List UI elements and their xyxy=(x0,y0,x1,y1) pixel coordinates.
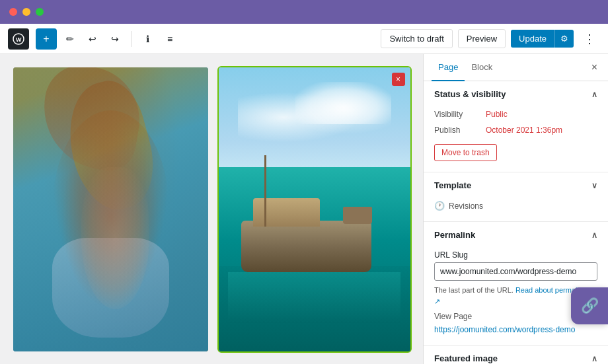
visibility-value[interactable]: Public xyxy=(486,110,508,119)
clock-icon: 🕐 xyxy=(434,201,445,211)
sidebar-tabs: Page Block × xyxy=(424,54,608,81)
section-permalink: Permalink ∧ URL Slug The last part of th… xyxy=(424,222,608,346)
title-bar xyxy=(0,0,608,24)
chevron-up-icon: ∧ xyxy=(591,90,597,99)
url-slug-label: URL Slug xyxy=(434,250,597,260)
permalink-title: Permalink xyxy=(434,230,475,240)
info-button[interactable]: ℹ xyxy=(138,30,157,48)
permalink-header[interactable]: Permalink ∧ xyxy=(424,222,608,248)
section-template: Template ∨ 🕐 Revisions xyxy=(424,172,608,222)
image-block-1[interactable] xyxy=(13,67,208,351)
small-boat xyxy=(343,207,372,224)
sidebar-close-button[interactable]: × xyxy=(589,59,600,76)
update-caret-button[interactable]: ⚙ xyxy=(554,30,574,48)
list-icon: ≡ xyxy=(167,34,172,44)
publish-row: Publish October 2021 1:36pm xyxy=(434,126,597,135)
traffic-light-green[interactable] xyxy=(36,8,44,16)
template-body: 🕐 Revisions xyxy=(424,198,608,221)
separator-1 xyxy=(131,31,132,47)
caret-down-icon: ⚙ xyxy=(560,34,568,44)
underwater-figure xyxy=(61,124,159,309)
image-block-2[interactable]: × xyxy=(219,67,410,351)
chevron-down-icon: ∨ xyxy=(591,181,597,190)
publish-value[interactable]: October 2021 1:36pm xyxy=(486,126,562,135)
switch-to-draft-button[interactable]: Switch to draft xyxy=(381,29,452,48)
revisions-link[interactable]: Revisions xyxy=(449,201,483,211)
update-button-group: Update ⚙ xyxy=(511,30,574,48)
chevron-up-icon-featured: ∧ xyxy=(591,354,597,363)
edit-icon-button[interactable]: ✏ xyxy=(61,30,79,48)
tab-page[interactable]: Page xyxy=(432,54,465,81)
undo-icon: ↩ xyxy=(89,34,96,44)
read-about-permalinks-link[interactable]: Read about permalinks ↗ xyxy=(434,286,590,305)
view-page-link[interactable]: https://joomunited.com/wordpress-demo xyxy=(434,325,597,334)
preview-button[interactable]: Preview xyxy=(458,29,506,48)
image-close-button[interactable]: × xyxy=(392,73,405,86)
traffic-light-red[interactable] xyxy=(9,8,17,16)
editor-canvas: × xyxy=(0,54,423,364)
list-view-button[interactable]: ≡ xyxy=(161,30,179,48)
floating-link-badge[interactable]: 🔗 xyxy=(571,287,608,324)
visibility-label: Visibility xyxy=(434,110,480,119)
image-2-inner xyxy=(219,67,410,351)
tab-block[interactable]: Block xyxy=(465,54,499,81)
move-to-trash-button[interactable]: Move to trash xyxy=(434,144,497,161)
redo-icon: ↪ xyxy=(111,34,119,44)
wp-logo[interactable]: W xyxy=(8,28,29,50)
visibility-row: Visibility Public xyxy=(434,110,597,119)
status-visibility-title: Status & visibility xyxy=(434,89,506,99)
status-visibility-body: Visibility Public Publish October 2021 1… xyxy=(424,107,608,172)
undo-button[interactable]: ↩ xyxy=(83,30,102,48)
template-header[interactable]: Template ∨ xyxy=(424,172,608,198)
more-options-button[interactable]: ⋮ xyxy=(579,28,600,50)
redo-button[interactable]: ↪ xyxy=(106,30,124,48)
image-1-inner xyxy=(13,67,208,351)
update-button[interactable]: Update xyxy=(511,30,554,48)
section-featured-image: Featured image ∧ Set featured image xyxy=(424,346,608,364)
add-block-button[interactable]: + xyxy=(36,28,57,50)
main-area: × Page Block × Status & visibility ∧ Vis… xyxy=(0,54,608,364)
template-title: Template xyxy=(434,180,471,190)
more-icon: ⋮ xyxy=(584,32,595,46)
traffic-light-yellow[interactable] xyxy=(22,8,30,16)
wp-toolbar: W + ✏ ↩ ↪ ℹ ≡ Switch to draft Preview Up… xyxy=(0,24,608,54)
featured-image-header[interactable]: Featured image ∧ xyxy=(424,346,608,364)
toolbar-right: Switch to draft Preview Update ⚙ ⋮ xyxy=(381,28,600,50)
url-slug-input[interactable] xyxy=(434,262,597,281)
link-icon: 🔗 xyxy=(581,297,599,314)
pencil-icon: ✏ xyxy=(66,34,74,44)
close-icon: × xyxy=(396,75,400,84)
status-visibility-header[interactable]: Status & visibility ∧ xyxy=(424,81,608,107)
chevron-up-icon-permalink: ∧ xyxy=(591,231,597,240)
info-icon: ℹ xyxy=(146,34,149,44)
publish-label: Publish xyxy=(434,126,480,135)
section-status-visibility: Status & visibility ∧ Visibility Public … xyxy=(424,81,608,172)
svg-text:W: W xyxy=(16,36,22,43)
featured-image-title: Featured image xyxy=(434,353,498,363)
